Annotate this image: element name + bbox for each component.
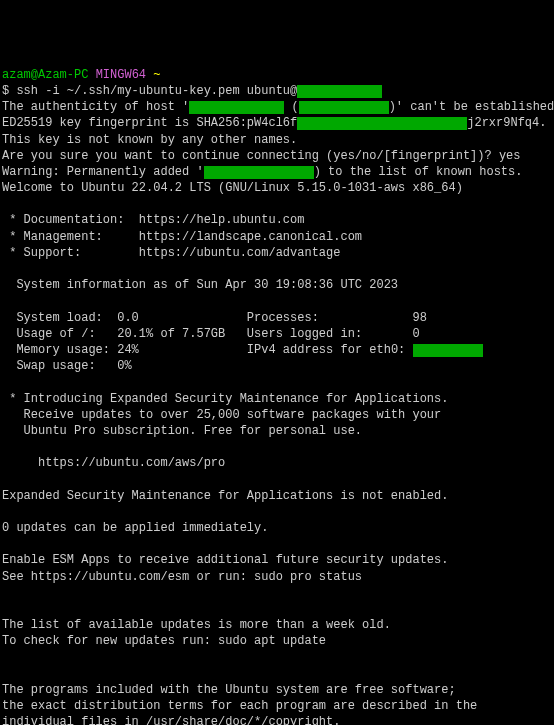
redacted-host: [189, 101, 284, 114]
auth-line: The authenticity of host ' ()' can't be …: [2, 100, 554, 114]
sysinfo-row: Usage of /: 20.1% of 7.57GB Users logged…: [2, 327, 420, 341]
doc-link: * Documentation: https://help.ubuntu.com: [2, 213, 304, 227]
esm-status: Expanded Security Maintenance for Applic…: [2, 489, 448, 503]
ssh-command: $ ssh -i ~/.ssh/my-ubuntu-key.pem ubuntu…: [2, 84, 297, 98]
esm-url: https://ubuntu.com/aws/pro: [2, 456, 225, 470]
fingerprint-line: ED25519 key fingerprint is SHA256:pW4cl6…: [2, 116, 546, 130]
license-text: the exact distribution terms for each pr…: [2, 699, 477, 713]
license-text: individual files in /usr/share/doc/*/cop…: [2, 715, 340, 725]
updates-stale: The list of available updates is more th…: [2, 618, 391, 632]
warning-line: Warning: Permanently added ') to the lis…: [2, 165, 522, 179]
mgmt-link: * Management: https://landscape.canonica…: [2, 230, 362, 244]
welcome-line: Welcome to Ubuntu 22.04.2 LTS (GNU/Linux…: [2, 181, 463, 195]
prompt-shell: MINGW64: [96, 68, 146, 82]
terminal-output: azam@Azam-PC MINGW64 ~ $ ssh -i ~/.ssh/m…: [2, 67, 552, 725]
confirm-line: Are you sure you want to continue connec…: [2, 149, 520, 163]
license-text: The programs included with the Ubuntu sy…: [2, 683, 456, 697]
redacted-fingerprint: [297, 117, 467, 130]
sysinfo-header: System information as of Sun Apr 30 19:0…: [2, 278, 398, 292]
redacted-host: [297, 85, 382, 98]
prompt-user: azam@Azam-PC: [2, 68, 88, 82]
support-link: * Support: https://ubuntu.com/advantage: [2, 246, 340, 260]
sysinfo-row: Swap usage: 0%: [2, 359, 132, 373]
sysinfo-row: System load: 0.0 Processes: 98: [2, 311, 427, 325]
prompt-path: ~: [153, 68, 160, 82]
sysinfo-row: Memory usage: 24% IPv4 address for eth0:: [2, 343, 483, 357]
redacted-ip: [413, 344, 483, 357]
esm-intro: Receive updates to over 25,000 software …: [2, 408, 441, 422]
redacted-ip: [299, 101, 389, 114]
see-esm: See https://ubuntu.com/esm or run: sudo …: [2, 570, 362, 584]
esm-intro: Ubuntu Pro subscription. Free for person…: [2, 424, 362, 438]
apt-update-hint: To check for new updates run: sudo apt u…: [2, 634, 326, 648]
redacted-host: [204, 166, 314, 179]
updates-count: 0 updates can be applied immediately.: [2, 521, 268, 535]
unknown-key: This key is not known by any other names…: [2, 133, 297, 147]
enable-esm: Enable ESM Apps to receive additional fu…: [2, 553, 448, 567]
esm-intro: * Introducing Expanded Security Maintena…: [2, 392, 448, 406]
